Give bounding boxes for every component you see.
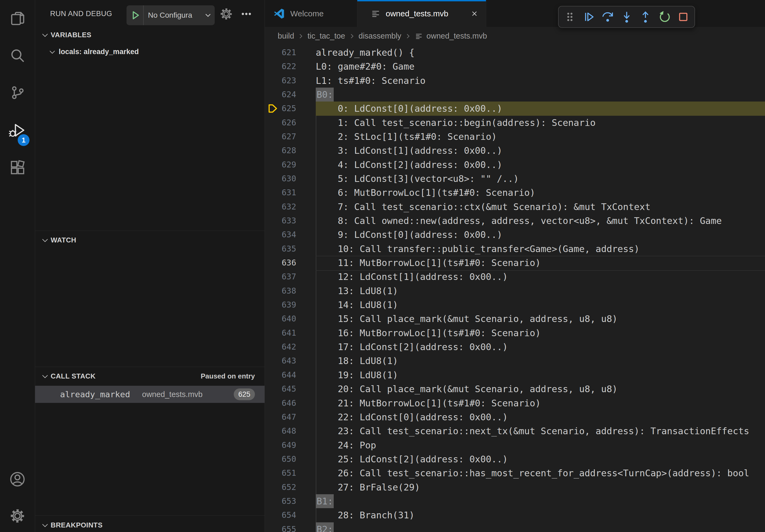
line-number[interactable]: 624 [265,88,296,102]
code-line-626[interactable]: 626 1: Call test_scenario::begin(address… [265,116,765,130]
code-line-642[interactable]: 642 17: LdConst[2](address: 0x00..) [265,340,765,354]
explorer-icon[interactable] [0,4,35,33]
code-line-644[interactable]: 644 19: LdU8(1) [265,368,765,382]
breadcrumb-item[interactable]: tic_tac_toe [308,32,345,40]
step-over-button[interactable] [600,9,615,25]
code-line-632[interactable]: 632 7: Call test_scenario::ctx(&mut Scen… [265,200,765,214]
debug-config-dropdown[interactable]: No Configura [127,5,215,25]
line-number[interactable]: 649 [265,438,296,452]
code-line-636[interactable]: 636 11: MutBorrowLoc[1](ts#1#0: Scenario… [265,256,765,270]
line-number[interactable]: 634 [265,228,296,242]
variables-section-header[interactable]: VARIABLES [35,27,265,43]
line-number[interactable]: 648 [265,424,296,438]
code-line-641[interactable]: 641 16: MutBorrowLoc[1](ts#1#0: Scenario… [265,326,765,340]
code-line-623[interactable]: 623L1: ts#1#0: Scenario [265,74,765,88]
code-line-651[interactable]: 651 26: Call test_scenario::has_most_rec… [265,466,765,480]
code-line-654[interactable]: 654 28: Branch(31) [265,508,765,522]
code-line-630[interactable]: 630 5: LdConst[3](vector<u8>: "" /..) [265,172,765,186]
code-line-653[interactable]: 653B1: [265,494,765,508]
line-number[interactable]: 628 [265,143,296,157]
watch-section-header[interactable]: WATCH [35,232,265,248]
search-icon[interactable] [0,41,35,71]
stop-button[interactable] [675,9,691,25]
code-area[interactable]: 621already_marked() {622L0: game#2#0: Ga… [265,45,765,532]
line-number[interactable]: 651 [265,466,296,480]
line-number[interactable]: 621 [265,46,296,60]
code-line-647[interactable]: 647 22: LdConst[0](address: 0x00..) [265,410,765,424]
line-number[interactable]: 644 [265,368,296,382]
line-number[interactable]: 638 [265,284,296,298]
line-number[interactable]: 623 [265,74,296,88]
line-number[interactable]: 627 [265,130,296,143]
close-icon[interactable] [470,9,479,18]
step-out-button[interactable] [638,9,653,25]
line-number[interactable]: 650 [265,452,296,466]
code-line-622[interactable]: 622L0: game#2#0: Game [265,60,765,74]
code-line-646[interactable]: 646 21: MutBorrowLoc[1](ts#1#0: Scenario… [265,396,765,410]
section-divider[interactable] [35,515,265,516]
line-number[interactable]: 640 [265,312,296,326]
line-number[interactable]: 633 [265,214,296,228]
breadcrumb-item[interactable]: owned_tests.mvb [415,32,487,40]
call-stack-section-header[interactable]: CALL STACK Paused on entry [35,368,265,384]
breadcrumb-item[interactable]: build [278,32,294,40]
tab-owned-tests[interactable]: owned_tests.mvb [357,0,486,27]
line-number[interactable]: 631 [265,186,296,199]
code-line-649[interactable]: 649 24: Pop [265,438,765,452]
line-number[interactable]: 636 [265,256,296,270]
code-line-639[interactable]: 639 14: LdU8(1) [265,298,765,312]
section-divider[interactable] [35,231,265,231]
breadcrumb-item[interactable]: disassembly [359,32,401,40]
line-number[interactable]: 641 [265,326,296,340]
line-number[interactable]: 647 [265,410,296,424]
code-line-655[interactable]: 655B2: [265,522,765,532]
line-number[interactable]: 643 [265,354,296,368]
settings-gear-icon[interactable] [0,501,35,531]
code-line-625[interactable]: 625 0: LdConst[0](address: 0x00..) [265,102,765,116]
line-number[interactable]: 637 [265,270,296,284]
line-number[interactable]: 655 [265,522,296,532]
restart-button[interactable] [657,9,672,25]
code-line-645[interactable]: 645 20: Call place_mark(&mut Scenario, a… [265,382,765,396]
more-actions-icon[interactable] [239,7,253,21]
accounts-icon[interactable] [0,464,35,494]
line-number[interactable]: 642 [265,340,296,354]
run-and-debug-icon[interactable]: 1 [0,116,35,145]
drag-handle-button[interactable] [562,9,578,25]
code-line-640[interactable]: 640 15: Call place_mark(&mut Scenario, a… [265,312,765,326]
code-line-634[interactable]: 634 9: LdConst[0](address: 0x00..) [265,228,765,242]
call-stack-frame-row[interactable]: already_marked owned_tests.mvb 625 [35,386,265,403]
code-line-624[interactable]: 624B0: [265,88,765,102]
code-line-648[interactable]: 648 23: Call test_scenario::next_tx(&mut… [265,424,765,438]
line-number[interactable]: 622 [265,60,296,73]
source-control-icon[interactable] [0,78,35,108]
code-line-627[interactable]: 627 2: StLoc[1](ts#1#0: Scenario) [265,130,765,144]
tab-welcome[interactable]: Welcome [265,0,357,27]
code-line-628[interactable]: 628 3: LdConst[1](address: 0x00..) [265,143,765,158]
line-number[interactable]: 652 [265,480,296,494]
code-line-635[interactable]: 635 10: Call transfer::public_transfer<G… [265,242,765,256]
code-line-650[interactable]: 650 25: LdConst[2](address: 0x00..) [265,452,765,466]
step-into-button[interactable] [619,9,634,25]
code-line-631[interactable]: 631 6: MutBorrowLoc[1](ts#1#0: Scenario) [265,186,765,200]
debug-settings-gear-icon[interactable] [219,7,233,21]
code-line-652[interactable]: 652 27: BrFalse(29) [265,480,765,494]
line-number[interactable]: 635 [265,242,296,256]
code-line-637[interactable]: 637 12: LdConst[1](address: 0x00..) [265,270,765,284]
breakpoints-section-header[interactable]: BREAKPOINTS [35,517,265,532]
start-debugging-icon[interactable] [129,9,141,21]
extensions-icon[interactable] [0,153,35,182]
code-line-621[interactable]: 621already_marked() { [265,46,765,60]
line-number[interactable]: 626 [265,116,296,130]
continue-button[interactable] [581,9,596,25]
line-number[interactable]: 639 [265,298,296,312]
code-line-643[interactable]: 643 18: LdU8(1) [265,354,765,368]
code-line-633[interactable]: 633 8: Call owned::new(address, address,… [265,214,765,228]
line-number[interactable]: 630 [265,172,296,186]
line-number[interactable]: 645 [265,382,296,396]
variables-scope-row[interactable]: locals: already_marked [35,44,265,60]
line-number[interactable]: 629 [265,158,296,172]
code-line-638[interactable]: 638 13: LdU8(1) [265,284,765,298]
line-number[interactable]: 654 [265,508,296,522]
line-number[interactable]: 646 [265,396,296,410]
